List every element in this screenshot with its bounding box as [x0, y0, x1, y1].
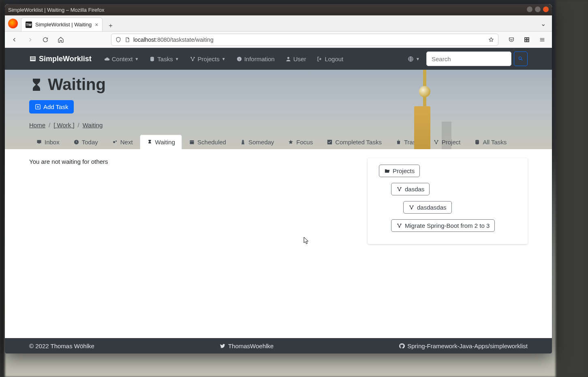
nav-back-button[interactable]: [9, 34, 20, 45]
clock-icon: [73, 139, 79, 145]
empty-state-message: You are not waiting for others: [29, 158, 359, 165]
nav-tasks[interactable]: Tasks▼: [145, 53, 183, 65]
tab-close-button[interactable]: ×: [95, 21, 98, 28]
tab-focus[interactable]: Focus: [281, 135, 320, 149]
window-title: SimpleWorklist | Waiting – Mozilla Firef…: [8, 7, 104, 13]
search-icon: [518, 56, 523, 61]
new-tab-button[interactable]: ＋: [105, 20, 116, 31]
list-icon: [29, 55, 36, 62]
calendar-icon: [189, 139, 195, 145]
window-close-button[interactable]: [543, 6, 549, 12]
breadcrumb-context[interactable]: [ Work ]: [53, 122, 74, 129]
share-nodes-icon: [190, 56, 196, 62]
footer-github-link[interactable]: Spring-Framework-Java-Apps/simpleworklis…: [399, 343, 528, 349]
nav-information-label: Information: [244, 56, 275, 62]
logout-icon: [316, 56, 323, 62]
svg-point-5: [150, 56, 154, 58]
browser-toolbar: localhost:8080/taskstate/waiting: [5, 32, 552, 48]
tab-project[interactable]: Project: [426, 135, 468, 149]
user-icon: [285, 56, 291, 62]
github-icon: [399, 343, 405, 349]
tab-someday[interactable]: Someday: [233, 135, 281, 149]
browser-window: SimpleWorklist | Waiting – Mozilla Firef…: [5, 4, 552, 353]
document-icon: [124, 37, 130, 43]
share-nodes-icon: [408, 204, 415, 210]
url-bar[interactable]: localhost:8080/taskstate/waiting: [111, 34, 498, 46]
hourglass-icon: [29, 77, 44, 92]
brand-link[interactable]: SimpleWorklist: [29, 55, 92, 63]
nav-projects-label: Projects: [198, 56, 220, 62]
tab-waiting[interactable]: Waiting: [140, 135, 182, 149]
database-small-icon: [474, 139, 480, 145]
nav-reload-button[interactable]: [40, 34, 51, 45]
url-host: localhost: [133, 36, 156, 43]
window-maximize-button[interactable]: [535, 6, 541, 12]
brand-text: SimpleWorklist: [39, 55, 92, 63]
nav-context[interactable]: Context▼: [100, 53, 143, 65]
hero-decoration: [423, 70, 426, 147]
browser-tab-active[interactable]: TW SimpleWorklist | Waiting ×: [21, 17, 103, 31]
add-task-label: Add Task: [43, 103, 68, 110]
search-button[interactable]: [514, 51, 528, 66]
project-item[interactable]: dasdas: [391, 183, 430, 195]
tab-all[interactable]: All Tasks: [467, 135, 513, 149]
globe-icon: [408, 56, 414, 62]
pocket-icon: [508, 36, 515, 43]
nav-projects[interactable]: Projects▼: [186, 53, 230, 65]
road-icon: [240, 139, 246, 145]
window-minimize-button[interactable]: [527, 6, 532, 12]
app-menu-button[interactable]: [537, 34, 548, 45]
tab-today[interactable]: Today: [66, 135, 105, 149]
share-nodes-icon: [396, 223, 402, 229]
nav-language[interactable]: ▼: [404, 54, 424, 64]
database-icon: [149, 56, 155, 62]
tab-completed[interactable]: Completed Tasks: [320, 135, 389, 149]
add-task-button[interactable]: Add Task: [29, 100, 74, 114]
project-item[interactable]: Migrate Spring-Boot from 2 to 3: [391, 219, 495, 232]
nav-home-button[interactable]: [55, 34, 66, 45]
svg-rect-2: [527, 38, 528, 39]
svg-rect-3: [525, 40, 526, 41]
taskstate-tabs: Inbox Today Next Waiting Scheduled Somed…: [29, 135, 528, 149]
tab-inbox[interactable]: Inbox: [29, 135, 66, 149]
browser-tabstrip: TW SimpleWorklist | Waiting × ＋ ⌄: [5, 15, 552, 32]
nav-logout[interactable]: Logout: [312, 53, 347, 65]
breadcrumb-home[interactable]: Home: [29, 122, 45, 129]
pocket-button[interactable]: [506, 34, 517, 45]
breadcrumb: Home / [ Work ] / Waiting: [29, 122, 528, 129]
svg-point-23: [476, 140, 479, 141]
home-icon: [58, 36, 64, 43]
tab-next[interactable]: Next: [105, 135, 140, 149]
project-item-label: dasdasdas: [417, 204, 447, 211]
hamburger-icon: [539, 36, 545, 43]
projects-panel: Projects dasdas dasdasdas Migrate Spring…: [368, 158, 528, 244]
footer-twitter-link[interactable]: ThomasWoehlke: [220, 343, 274, 349]
share-nodes-small-icon: [433, 139, 439, 145]
project-item[interactable]: dasdasdas: [403, 201, 452, 214]
inbox-icon: [36, 139, 42, 145]
app-navbar: SimpleWorklist Context▼ Tasks▼ Projects▼…: [5, 48, 552, 70]
page-title-text: Waiting: [48, 75, 106, 94]
app-footer: © 2022 Thomas Wöhlke ThomasWoehlke Sprin…: [5, 338, 552, 353]
nav-user[interactable]: User: [281, 53, 310, 65]
search-input[interactable]: [426, 51, 511, 66]
svg-point-17: [115, 140, 117, 141]
extension-button[interactable]: [521, 34, 532, 45]
tab-scheduled[interactable]: Scheduled: [182, 135, 233, 149]
svg-point-13: [519, 57, 522, 60]
nav-forward-button[interactable]: [24, 34, 36, 45]
breadcrumb-current[interactable]: Waiting: [83, 122, 103, 129]
svg-rect-18: [190, 140, 194, 144]
tab-trash[interactable]: Trash: [389, 135, 426, 149]
tabs-overflow-button[interactable]: ⌄: [538, 19, 548, 28]
hourglass-small-icon: [147, 139, 153, 145]
svg-rect-1: [525, 38, 526, 39]
browser-tab-title: SimpleWorklist | Waiting: [35, 21, 92, 28]
page-title: Waiting: [29, 75, 528, 94]
projects-root-button[interactable]: Projects: [379, 165, 420, 177]
svg-rect-0: [524, 37, 529, 42]
nav-information[interactable]: i Information: [232, 53, 279, 65]
bookmark-star-icon[interactable]: [488, 37, 494, 43]
nav-logout-label: Logout: [325, 56, 343, 62]
favicon-icon: TW: [26, 21, 32, 28]
